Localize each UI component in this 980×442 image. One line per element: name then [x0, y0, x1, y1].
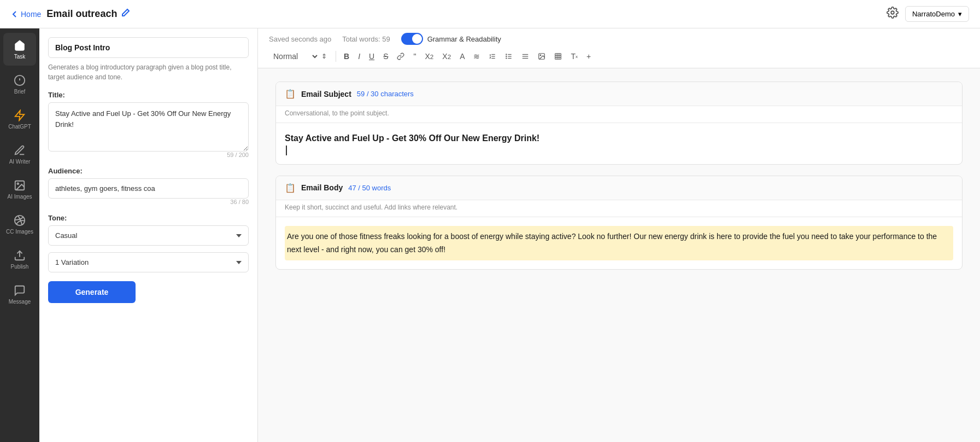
- saved-status: Saved seconds ago: [269, 35, 331, 43]
- clear-format-button[interactable]: Tx: [567, 50, 581, 63]
- email-subject-desc: Conversational, to the point subject.: [276, 106, 962, 123]
- svg-rect-21: [555, 54, 561, 60]
- email-body-icon: 📋: [285, 183, 296, 193]
- svg-marker-2: [15, 110, 25, 120]
- email-body-text[interactable]: Are you one of those fitness freaks look…: [285, 226, 953, 261]
- svg-point-13: [506, 54, 507, 55]
- sidebar-item-task[interactable]: Task: [3, 33, 36, 66]
- bold-button[interactable]: B: [341, 50, 353, 63]
- format-style-wrap: NormalHeading 1Heading 2 ⇕: [269, 49, 327, 63]
- highlight-button[interactable]: ≋: [470, 50, 483, 63]
- svg-point-0: [891, 11, 894, 14]
- template-select[interactable]: Blog Post IntroEmail OutreachSocial Post…: [48, 37, 249, 58]
- editor-panel: Saved seconds ago Total words: 59 Gramma…: [258, 28, 980, 442]
- email-subject-header: 📋 Email Subject 59 / 30 characters: [276, 82, 962, 106]
- email-subject-block: 📋 Email Subject 59 / 30 characters Conve…: [275, 82, 963, 165]
- sidebar-ccimages-label: CC Images: [6, 229, 33, 235]
- email-body-title: Email Body: [301, 183, 343, 192]
- collapse-panel-handle[interactable]: ‹: [257, 224, 258, 246]
- ordered-list-button[interactable]: [485, 50, 500, 62]
- format-toolbar: NormalHeading 1Heading 2 ⇕ B I U S " X2 …: [269, 49, 969, 63]
- quote-button[interactable]: ": [410, 50, 419, 63]
- editor-toolbar: Saved seconds ago Total words: 59 Gramma…: [258, 28, 980, 68]
- align-button[interactable]: [518, 50, 532, 62]
- unordered-list-button[interactable]: [502, 50, 516, 62]
- add-block-button[interactable]: +: [583, 50, 594, 63]
- format-style-select[interactable]: NormalHeading 1Heading 2: [269, 49, 319, 63]
- title-label: Title:: [48, 91, 249, 99]
- tone-select[interactable]: CasualFormalFriendlyProfessional: [48, 225, 249, 246]
- email-subject-counter: 59 / 30 characters: [357, 90, 414, 98]
- home-label: Home: [21, 10, 41, 19]
- underline-button[interactable]: U: [366, 50, 378, 63]
- email-body-block: 📋 Email Body 47 / 50 words Keep it short…: [275, 176, 963, 270]
- svg-point-20: [541, 55, 542, 56]
- editor-content: 📋 Email Subject 59 / 30 characters Conve…: [258, 68, 980, 442]
- sidebar-item-message[interactable]: Message: [3, 278, 36, 311]
- tone-label: Tone:: [48, 214, 249, 222]
- sidebar-aiimages-label: AI Images: [7, 194, 32, 200]
- template-desc: Generates a blog introductory paragraph …: [48, 62, 249, 82]
- editor-meta: Saved seconds ago Total words: 59 Gramma…: [269, 33, 969, 45]
- main-layout: Task Brief ChatGPT AI Writer: [0, 28, 980, 442]
- email-body-content[interactable]: Are you one of those fitness freaks look…: [276, 217, 962, 270]
- home-link[interactable]: Home: [11, 10, 41, 19]
- edit-icon[interactable]: [121, 8, 130, 20]
- sidebar-item-ai-writer[interactable]: AI Writer: [3, 138, 36, 171]
- grammar-label: Grammar & Readability: [427, 35, 501, 43]
- settings-button[interactable]: [887, 7, 899, 21]
- audience-input[interactable]: [48, 178, 249, 199]
- page-title: Email outreach: [46, 8, 130, 20]
- toolbar-divider-1: [336, 51, 336, 62]
- template-select-wrap: Blog Post IntroEmail OutreachSocial Post…: [48, 37, 249, 58]
- subscript-button[interactable]: X2: [421, 50, 437, 63]
- word-count: Total words: 59: [342, 35, 390, 43]
- sidebar-publish-label: Publish: [11, 264, 29, 270]
- email-subject-text[interactable]: Stay Active and Fuel Up - Get 30% Off Ou…: [285, 132, 953, 145]
- email-body-desc: Keep it short, succinct and useful. Add …: [276, 200, 962, 217]
- sidebar: Task Brief ChatGPT AI Writer: [0, 28, 39, 442]
- image-button[interactable]: [535, 50, 549, 62]
- audience-char-count: 36 / 80: [48, 199, 249, 205]
- sidebar-brief-label: Brief: [14, 89, 26, 95]
- left-panel: Blog Post IntroEmail OutreachSocial Post…: [39, 28, 258, 442]
- email-subject-title: Email Subject: [301, 90, 351, 98]
- title-input[interactable]: Stay Active and Fuel Up - Get 30% Off Ou…: [48, 102, 249, 152]
- sidebar-aiwriter-label: AI Writer: [9, 159, 31, 165]
- svg-point-4: [17, 183, 19, 184]
- email-body-counter: 47 / 50 words: [348, 184, 391, 192]
- nav-left: Home Email outreach: [11, 8, 130, 20]
- strikethrough-button[interactable]: S: [380, 50, 391, 63]
- svg-point-15: [506, 58, 507, 59]
- title-char-count: 59 / 200: [48, 152, 249, 158]
- sidebar-chatgpt-label: ChatGPT: [8, 124, 31, 130]
- variation-select[interactable]: 1 Variation2 Variations3 Variations: [48, 252, 249, 272]
- cursor-line: [286, 146, 287, 155]
- link-button[interactable]: [394, 50, 408, 62]
- email-subject-icon: 📋: [285, 89, 296, 99]
- svg-point-14: [506, 56, 507, 56]
- superscript-button[interactable]: X2: [439, 50, 454, 63]
- top-nav: Home Email outreach NarratoDemo ▾: [0, 0, 980, 28]
- grammar-toggle: Grammar & Readability: [401, 33, 501, 45]
- sidebar-task-label: Task: [14, 54, 26, 60]
- italic-button[interactable]: I: [355, 50, 363, 63]
- user-dropdown[interactable]: NarratoDemo ▾: [905, 6, 969, 22]
- generate-button[interactable]: Generate: [48, 281, 136, 303]
- grammar-toggle-switch[interactable]: [401, 33, 423, 45]
- sidebar-item-cc-images[interactable]: CC Images: [3, 208, 36, 241]
- text-color-button[interactable]: A: [456, 50, 468, 63]
- sidebar-item-ai-images[interactable]: AI Images: [3, 173, 36, 206]
- table-button[interactable]: [551, 50, 565, 62]
- email-body-header: 📋 Email Body 47 / 50 words: [276, 176, 962, 200]
- sidebar-item-chatgpt[interactable]: ChatGPT: [3, 103, 36, 136]
- nav-right: NarratoDemo ▾: [887, 6, 969, 22]
- sidebar-item-brief[interactable]: Brief: [3, 68, 36, 101]
- sidebar-message-label: Message: [9, 299, 31, 305]
- audience-label: Audience:: [48, 167, 249, 175]
- email-subject-body[interactable]: Stay Active and Fuel Up - Get 30% Off Ou…: [276, 123, 962, 164]
- sidebar-item-publish[interactable]: Publish: [3, 243, 36, 276]
